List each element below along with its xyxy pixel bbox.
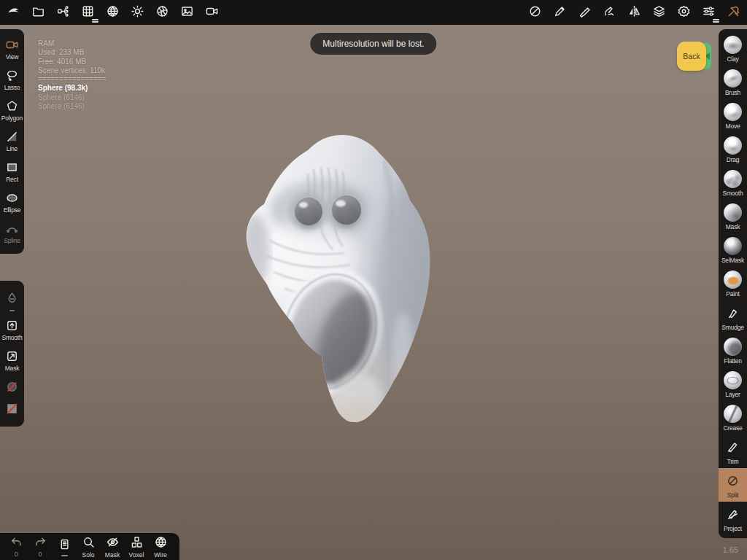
stroke-settings-button[interactable]	[701, 3, 716, 22]
bottom-toolbar: 00SoloMaskVoxelWire	[0, 533, 179, 560]
symmetry-icon	[627, 4, 641, 20]
stroke-tool-lasso[interactable]: Lasso	[0, 64, 24, 95]
layers-icon	[652, 4, 666, 20]
move-tool-thumbnail	[724, 103, 742, 121]
scene-object-2: Sphere (6146)	[38, 102, 106, 111]
tool-paint[interactable]: Paint	[719, 267, 747, 300]
stroke-settings-icon	[702, 4, 716, 20]
undo-button[interactable]: 0	[6, 535, 26, 558]
crease-tool-thumbnail	[724, 405, 742, 423]
lasso-icon	[5, 68, 20, 82]
stroke-tool-rect[interactable]: Rect	[0, 156, 24, 187]
stroke-tool-ellipse[interactable]: Ellipse	[0, 187, 24, 217]
scene-graph-button[interactable]	[55, 3, 71, 22]
layers-button[interactable]	[651, 3, 667, 22]
files-button[interactable]	[31, 3, 46, 22]
alpha-none-icon	[5, 379, 20, 394]
tool-drag[interactable]: Drag	[719, 133, 747, 166]
tool-smooth[interactable]: Smooth	[719, 166, 747, 200]
mask-label: Mask	[726, 223, 740, 230]
stroke-tool-line[interactable]: Line	[0, 125, 24, 156]
stroke-tool-spline[interactable]: Spline	[0, 217, 24, 248]
lasso-label: Lasso	[4, 84, 20, 91]
back-button-group: Back	[677, 42, 706, 71]
solo-toggle[interactable]: Solo	[78, 535, 98, 559]
topology-button[interactable]	[80, 3, 96, 22]
solo-toggle-label: Solo	[82, 551, 94, 559]
smooth-stroke-icon	[5, 318, 20, 332]
postprocess-button[interactable]	[155, 3, 170, 22]
lighting-button[interactable]	[130, 3, 145, 22]
mask-stroke-label: Mask	[5, 365, 20, 372]
mask-toggle[interactable]: Mask	[102, 535, 123, 559]
tool-panel: ClayBrushMoveDragSmoothMaskSelMaskPaintS…	[719, 29, 747, 538]
stroke-option-smooth-stroke[interactable]: Smooth	[0, 314, 24, 345]
tool-project[interactable]: Project	[719, 502, 747, 535]
wire-toggle[interactable]: Wire	[150, 535, 171, 559]
scene-graph-icon	[56, 4, 70, 20]
tool-crease[interactable]: Crease	[719, 401, 747, 435]
tool-layer[interactable]: Layer	[719, 368, 747, 401]
tool-selmask[interactable]: SelMask	[719, 233, 747, 267]
history-button[interactable]	[54, 537, 74, 556]
stroke-option-mask-stroke[interactable]: Mask	[0, 345, 24, 376]
tool-brush[interactable]: Brush	[719, 66, 747, 99]
tool-mask[interactable]: Mask	[719, 200, 747, 233]
history-button-icon	[58, 537, 71, 554]
mask-stroke-icon	[5, 349, 20, 363]
stroke-tool-view[interactable]: View	[0, 34, 24, 64]
voxel-toggle-icon	[130, 535, 144, 552]
tool-split[interactable]: Split	[719, 468, 747, 502]
pen-icon	[553, 4, 567, 20]
stroke-tool-polygon[interactable]: Polygon	[0, 95, 24, 125]
move-label: Move	[726, 122, 740, 130]
camera-button[interactable]	[204, 3, 220, 22]
flatten-label: Flatten	[724, 357, 742, 365]
app-logo-button[interactable]	[6, 3, 21, 22]
background-image-icon	[180, 4, 194, 20]
stats-line: Scene vertices: 110k	[38, 66, 106, 75]
tools-button[interactable]	[726, 3, 741, 22]
tool-move[interactable]: Move	[719, 99, 747, 133]
stroke-option-falloff[interactable]	[0, 287, 24, 308]
paint-mode-icon	[578, 4, 592, 20]
background-image-button[interactable]	[179, 3, 195, 22]
stats-line: RAM	[38, 39, 106, 48]
tool-trim[interactable]: Trim	[719, 435, 747, 468]
menu-dash-indicator	[713, 19, 719, 23]
material-button[interactable]	[105, 3, 120, 22]
wire-toggle-label: Wire	[154, 551, 166, 559]
flatten-tool-thumbnail	[724, 338, 742, 356]
stroke-option-alpha-none[interactable]	[0, 376, 24, 397]
pressure-button[interactable]	[602, 3, 617, 22]
stroke-option-gradient-none[interactable]	[0, 397, 24, 419]
redo-button[interactable]: 0	[30, 535, 50, 558]
stats-line: Used: 233 MB	[38, 48, 106, 57]
paint-mode-button[interactable]	[577, 3, 592, 22]
back-button[interactable]: Back	[677, 42, 706, 71]
sculpt-model[interactable]	[241, 117, 489, 445]
voxel-toggle[interactable]: Voxel	[126, 535, 147, 559]
redo-button-count: 0	[38, 551, 42, 558]
symmetry-button[interactable]	[627, 3, 642, 22]
smudge-icon	[724, 304, 742, 322]
stylus-off-button[interactable]	[527, 3, 543, 22]
tool-clay[interactable]: Clay	[719, 32, 747, 66]
selmask-tool-thumbnail	[724, 237, 742, 255]
app-logo-icon	[7, 4, 20, 20]
top-toolbar	[0, 0, 747, 25]
stylus-off-icon	[528, 4, 542, 20]
tool-smudge[interactable]: Smudge	[719, 300, 747, 334]
trim-icon	[724, 438, 742, 456]
pen-button[interactable]	[552, 3, 568, 22]
tool-flatten[interactable]: Flatten	[719, 334, 747, 368]
drag-label: Drag	[727, 156, 740, 163]
rect-icon	[5, 160, 20, 174]
smooth-tool-thumbnail	[724, 170, 742, 188]
project-icon	[724, 505, 742, 524]
clay-label: Clay	[727, 55, 738, 63]
settings-button[interactable]	[676, 3, 692, 22]
topology-icon	[81, 4, 95, 20]
smudge-label: Smudge	[721, 324, 743, 331]
paint-label: Paint	[726, 290, 739, 298]
